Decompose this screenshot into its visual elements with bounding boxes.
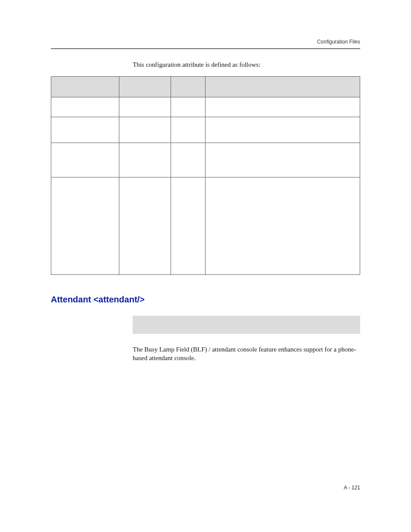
td	[206, 117, 360, 143]
td	[51, 177, 119, 275]
body-paragraph: The Busy Lamp Field (BLF) / attendant co…	[133, 345, 360, 363]
td	[119, 117, 171, 143]
th-3	[171, 77, 206, 97]
td	[51, 143, 119, 177]
td	[119, 177, 171, 275]
note-box	[133, 316, 360, 334]
th-4	[206, 77, 360, 97]
config-table	[51, 76, 360, 275]
th-2	[119, 77, 171, 97]
td	[206, 177, 360, 275]
td	[206, 97, 360, 117]
intro-text: This configuration attribute is defined …	[133, 61, 360, 68]
table-row	[51, 143, 360, 177]
table-row	[51, 177, 360, 275]
th-1	[51, 77, 119, 97]
page-content: Configuration Files This configuration a…	[0, 0, 411, 363]
td	[51, 117, 119, 143]
table-row	[51, 117, 360, 143]
page-number: A - 121	[344, 485, 360, 491]
td	[171, 117, 206, 143]
running-header: Configuration Files	[51, 39, 360, 45]
header-rule	[51, 48, 360, 49]
td	[119, 143, 171, 177]
td	[51, 97, 119, 117]
td	[119, 97, 171, 117]
td	[171, 143, 206, 177]
td	[171, 97, 206, 117]
section-heading-attendant: Attendant <attendant/>	[51, 295, 360, 305]
td	[206, 143, 360, 177]
table-row	[51, 97, 360, 117]
table-header-row	[51, 77, 360, 97]
td	[171, 177, 206, 275]
